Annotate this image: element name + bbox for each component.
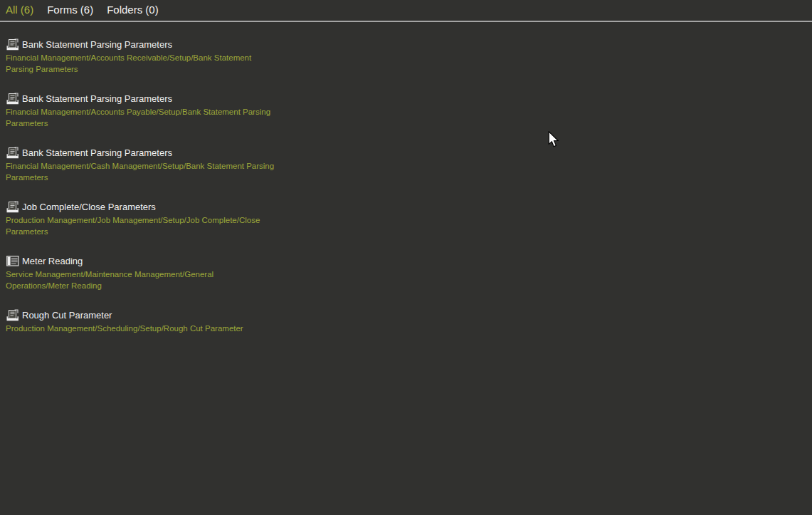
form-icon bbox=[6, 38, 19, 51]
result-path: Production Management/Job Management/Set… bbox=[6, 215, 275, 237]
search-results-list: Bank Statement Parsing Parameters Financ… bbox=[0, 22, 812, 335]
search-result-item: Bank Statement Parsing Parameters Financ… bbox=[6, 147, 812, 183]
result-title: Bank Statement Parsing Parameters bbox=[22, 147, 172, 158]
search-result-item: Job Complete/Close Parameters Production… bbox=[6, 201, 812, 237]
result-path: Service Management/Maintenance Managemen… bbox=[6, 269, 275, 291]
result-path: Production Management/Scheduling/Setup/R… bbox=[6, 323, 275, 335]
search-result-item: Rough Cut Parameter Production Managemen… bbox=[6, 309, 812, 335]
result-title-row[interactable]: Job Complete/Close Parameters bbox=[6, 201, 812, 213]
form-icon bbox=[6, 201, 19, 213]
result-title-row[interactable]: Bank Statement Parsing Parameters bbox=[6, 147, 812, 159]
search-result-item: Bank Statement Parsing Parameters Financ… bbox=[6, 93, 812, 129]
result-title: Rough Cut Parameter bbox=[22, 310, 112, 321]
tab-label: Forms (6) bbox=[47, 4, 93, 16]
tab-folders[interactable]: Folders (0) bbox=[107, 0, 159, 21]
result-title-row[interactable]: Bank Statement Parsing Parameters bbox=[6, 93, 812, 105]
tab-label: Folders (0) bbox=[107, 4, 159, 16]
result-path: Financial Management/Accounts Payable/Se… bbox=[6, 107, 275, 129]
result-path: Financial Management/Accounts Receivable… bbox=[6, 53, 275, 75]
form-icon bbox=[6, 309, 19, 321]
result-title: Job Complete/Close Parameters bbox=[22, 202, 156, 212]
result-path: Financial Management/Cash Management/Set… bbox=[6, 161, 275, 183]
tab-all[interactable]: All (6) bbox=[6, 0, 33, 21]
form-icon bbox=[6, 93, 19, 105]
result-title-row[interactable]: Meter Reading bbox=[6, 255, 812, 267]
form-icon bbox=[6, 147, 19, 159]
result-title-row[interactable]: Rough Cut Parameter bbox=[6, 309, 812, 321]
result-title: Bank Statement Parsing Parameters bbox=[22, 39, 172, 50]
search-result-item: Meter Reading Service Management/Mainten… bbox=[6, 255, 812, 291]
search-result-item: Bank Statement Parsing Parameters Financ… bbox=[6, 38, 812, 75]
tab-label: All (6) bbox=[6, 4, 33, 16]
result-title: Meter Reading bbox=[22, 256, 83, 266]
result-title: Bank Statement Parsing Parameters bbox=[22, 93, 172, 104]
grid-icon bbox=[6, 255, 19, 267]
tab-forms[interactable]: Forms (6) bbox=[47, 0, 93, 21]
search-results-tabbar: All (6) Forms (6) Folders (0) bbox=[0, 0, 812, 21]
result-title-row[interactable]: Bank Statement Parsing Parameters bbox=[6, 38, 812, 51]
